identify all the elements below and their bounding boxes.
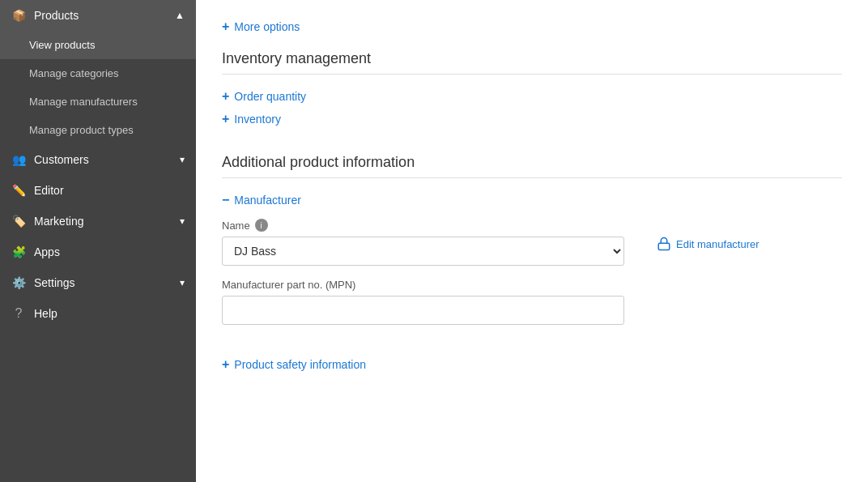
manufacturer-label: Manufacturer (234, 194, 300, 207)
mpn-label: Manufacturer part no. (MPN) (222, 279, 355, 291)
plus-icon-order: + (222, 89, 229, 104)
edit-manufacturer-link[interactable]: Edit manufacturer (657, 237, 760, 251)
product-safety-label: Product safety information (234, 358, 366, 371)
name-info-icon: i (255, 219, 268, 232)
inventory-management-heading: Inventory management (222, 50, 842, 75)
minus-icon: − (222, 193, 229, 207)
chevron-up-icon: ▲ (175, 10, 185, 21)
customers-icon: 👥 (11, 152, 26, 167)
editor-icon: ✏️ (11, 183, 26, 198)
mpn-row: Manufacturer part no. (MPN) (222, 279, 624, 325)
order-quantity-label: Order quantity (234, 90, 306, 103)
apps-icon: 🧩 (11, 245, 26, 259)
sidebar-marketing-label: Marketing (34, 215, 83, 228)
plus-icon: + (222, 19, 229, 34)
main-content: + More options Inventory management + Or… (196, 0, 868, 482)
additional-product-info-section: Additional product information − Manufac… (222, 154, 842, 338)
mpn-input[interactable] (222, 296, 624, 325)
edit-manufacturer-label: Edit manufacturer (676, 238, 760, 250)
sidebar-section-customers[interactable]: 👥 Customers ▾ (0, 144, 196, 175)
sidebar-apps-label: Apps (34, 245, 60, 258)
product-safety-row: + Product safety information (222, 357, 842, 380)
sidebar-settings-label: Settings (34, 276, 75, 289)
additional-info-heading: Additional product information (222, 154, 842, 178)
manufacturer-form: Name i DJ Bass Other Manufacturer Manufa… (222, 219, 842, 338)
sidebar-products-label: Products (34, 9, 79, 22)
sidebar-section-editor[interactable]: ✏️ Editor (0, 175, 196, 206)
chevron-down-icon-settings: ▾ (180, 277, 185, 288)
product-safety-link[interactable]: + Product safety information (222, 357, 366, 372)
more-options-label: More options (234, 20, 300, 33)
manufacturer-block: − Manufacturer Name i DJ Bass Other Manu… (222, 193, 842, 338)
sidebar-item-manage-categories[interactable]: Manage categories (0, 59, 196, 87)
chevron-down-icon: ▾ (180, 154, 185, 165)
products-icon: 📦 (11, 8, 26, 23)
inventory-link[interactable]: + Inventory (222, 112, 842, 126)
svg-rect-0 (658, 243, 670, 250)
inventory-label: Inventory (234, 113, 281, 126)
name-label-row: Name i (222, 219, 624, 232)
help-icon: ? (11, 306, 26, 321)
name-label: Name (222, 220, 250, 232)
sidebar-item-view-products[interactable]: View products (0, 31, 196, 59)
plus-icon-safety: + (222, 357, 229, 372)
manufacturer-dropdown[interactable]: DJ Bass Other Manufacturer (222, 237, 624, 266)
settings-icon: ⚙️ (11, 275, 26, 290)
sidebar-section-marketing[interactable]: 🏷️ Marketing ▾ (0, 206, 196, 237)
sidebar-products-submenu: View products Manage categories Manage m… (0, 31, 196, 144)
sidebar-item-manage-product-types[interactable]: Manage product types (0, 116, 196, 144)
sidebar-customers-label: Customers (34, 153, 89, 166)
sidebar-editor-label: Editor (34, 184, 64, 197)
manufacturer-toggle-link[interactable]: − Manufacturer (222, 193, 301, 207)
plus-icon-inventory: + (222, 112, 229, 126)
manufacturer-name-row: Name i DJ Bass Other Manufacturer (222, 219, 624, 266)
sidebar-item-manage-manufacturers[interactable]: Manage manufacturers (0, 87, 196, 116)
sidebar-section-apps[interactable]: 🧩 Apps (0, 237, 196, 267)
manufacturer-fields: Name i DJ Bass Other Manufacturer Manufa… (222, 219, 624, 338)
manufacturer-actions: Edit manufacturer (657, 219, 760, 254)
more-options-row: + More options (222, 19, 842, 42)
mpn-label-row: Manufacturer part no. (MPN) (222, 279, 624, 291)
chevron-down-icon-marketing: ▾ (180, 215, 185, 227)
more-options-link[interactable]: + More options (222, 19, 300, 34)
order-quantity-link[interactable]: + Order quantity (222, 89, 842, 104)
sidebar-section-products[interactable]: 📦 Products ▲ (0, 0, 196, 31)
marketing-icon: 🏷️ (11, 214, 26, 228)
edit-manufacturer-icon (657, 237, 671, 251)
inventory-links: + Order quantity + Inventory (222, 89, 842, 134)
inventory-management-section: Inventory management + Order quantity + … (222, 50, 842, 134)
sidebar-section-help[interactable]: ? Help (0, 298, 196, 329)
sidebar-help-label: Help (34, 307, 57, 320)
sidebar-section-settings[interactable]: ⚙️ Settings ▾ (0, 267, 196, 298)
sidebar: 📦 Products ▲ View products Manage catego… (0, 0, 196, 482)
